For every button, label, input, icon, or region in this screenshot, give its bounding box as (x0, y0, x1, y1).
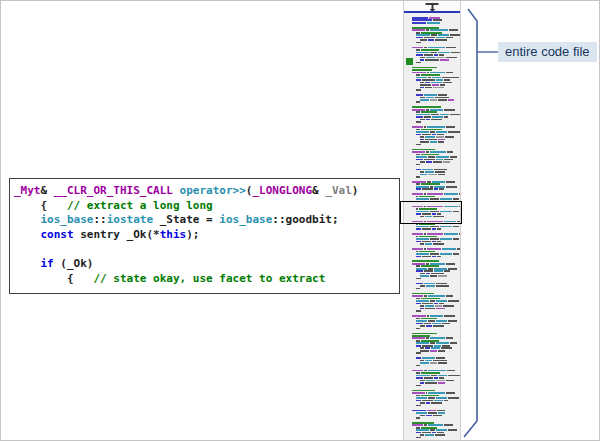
minimap-line (412, 131, 460, 133)
minimap-segment (446, 47, 457, 49)
minimap-line (412, 99, 460, 101)
minimap-line (412, 121, 460, 123)
minimap-segment (416, 236, 418, 238)
minimap-segment (434, 54, 438, 56)
minimap-segment (420, 380, 425, 382)
minimap-segment (416, 241, 421, 243)
minimap-segment (446, 126, 455, 128)
minimap-line (412, 330, 460, 332)
minimap-segment (416, 437, 421, 439)
minimap-segment (412, 335, 430, 337)
bracket-line (464, 9, 477, 437)
minimap-segment (421, 427, 437, 429)
code-token: ) (352, 184, 359, 197)
minimap-segment (430, 362, 437, 364)
minimap-segment (412, 390, 435, 392)
code-token: { (14, 199, 67, 212)
minimap-segment (416, 365, 420, 367)
minimap-segment (416, 298, 420, 300)
minimap-segment (412, 193, 423, 195)
minimap-segment (446, 392, 455, 394)
minimap-segment (431, 273, 444, 275)
minimap-segment (420, 87, 424, 89)
minimap-segment (436, 380, 445, 382)
minimap-line (412, 198, 460, 200)
minimap-segment (440, 253, 453, 255)
minimap-segment (427, 248, 441, 250)
minimap-segment (412, 233, 423, 235)
minimap-segment (420, 308, 424, 310)
minimap-segment (437, 432, 444, 434)
minimap-segment (421, 183, 441, 185)
minimap-line (412, 280, 460, 282)
minimap-segment (444, 400, 448, 402)
minimap-segment (422, 134, 431, 136)
minimap-segment (432, 116, 443, 118)
minimap-segment (424, 295, 428, 297)
minimap-segment (416, 429, 429, 431)
minimap-segment (416, 62, 421, 64)
minimap-segment (436, 136, 443, 138)
minimap-segment (425, 308, 436, 310)
minimap-line (412, 77, 460, 79)
minimap-segment (421, 340, 439, 342)
minimap-segment (425, 87, 432, 89)
minimap-line (412, 106, 460, 108)
minimap-line (412, 19, 460, 21)
minimap-segment (438, 139, 445, 141)
minimap-segment (416, 345, 421, 347)
minimap-segment (416, 144, 421, 146)
minimap-segment (438, 99, 447, 101)
minimap-segment (422, 241, 431, 243)
minimap-line (412, 300, 460, 302)
minimap-segment (424, 94, 437, 96)
minimap-segment (421, 298, 441, 300)
minimap-line (412, 74, 460, 76)
minimap-segment (425, 136, 436, 138)
minimap-line (412, 305, 460, 307)
minimap-segment (426, 380, 435, 382)
minimap-segment (416, 318, 420, 320)
minimap-segment (412, 392, 425, 394)
minimap-segment (447, 370, 454, 372)
minimap-segment (426, 151, 430, 153)
minimap-line (412, 432, 460, 434)
minimap-segment (416, 310, 421, 312)
minimap-line (412, 387, 460, 389)
minimap-segment (432, 432, 436, 434)
minimap-segment (427, 315, 429, 317)
minimap-segment (412, 263, 425, 265)
minimap-segment (429, 17, 440, 19)
minimap-segment (422, 357, 435, 359)
minimap-segment (416, 226, 429, 228)
minimap-segment (419, 236, 437, 238)
minimap-segment (433, 325, 444, 327)
minimap-segment (416, 342, 429, 344)
minimap-segment (416, 320, 427, 322)
minimap-segment (447, 151, 452, 153)
code-token: operator>> (180, 184, 246, 197)
minimap-segment (438, 141, 443, 143)
minimap-segment (416, 417, 420, 419)
minimap-segment (416, 405, 421, 407)
minimap-line (412, 238, 460, 240)
minimap-segment (427, 193, 443, 195)
minimap-segment (416, 432, 421, 434)
minimap-segment (426, 415, 431, 417)
minimap-segment (425, 171, 434, 173)
minimap-viewport-rect[interactable] (400, 201, 462, 224)
minimap-line (412, 397, 460, 399)
minimap-line (412, 176, 460, 178)
minimap-segment (436, 342, 449, 344)
minimap-segment (416, 134, 421, 136)
minimap-segment (412, 22, 426, 24)
minimap-line (412, 315, 460, 317)
minimap-segment (416, 288, 420, 290)
minimap-segment (420, 119, 425, 121)
minimap-line (412, 191, 460, 193)
minimap-segment (428, 412, 437, 414)
collapse-scrollbar-icon[interactable] (426, 3, 439, 11)
minimap-segment (425, 360, 432, 362)
minimap-segment (426, 337, 430, 339)
minimap-line (412, 69, 460, 71)
